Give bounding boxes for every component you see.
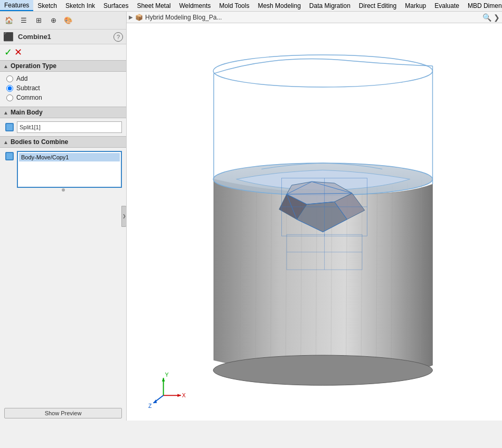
3d-scene: Y X Z (127, 23, 502, 421)
list-item[interactable]: Body-Move/Copy1 (19, 153, 120, 161)
resize-dot (62, 188, 65, 192)
radio-add-row: Add (6, 75, 120, 82)
main-body-header[interactable]: ▲ Main Body (0, 107, 126, 118)
feature-header: ⬛ Combine1 ? (0, 30, 126, 44)
title-text: Hybrid Modeling Blog_Pa... (145, 14, 222, 21)
menu-mesh-modeling[interactable]: Mesh Modeling (253, 0, 305, 11)
svg-rect-3 (6, 153, 13, 159)
main-body-input[interactable] (17, 121, 122, 133)
menu-bar: Features Sketch Sketch Ink Surfaces Shee… (0, 0, 502, 12)
more-button[interactable]: ❯ (494, 13, 500, 22)
svg-rect-1 (6, 124, 13, 130)
color-button[interactable]: 🎨 (61, 14, 75, 27)
radio-common-row: Common (6, 94, 120, 101)
feature-icon: ⬛ (3, 32, 14, 42)
radio-add[interactable] (6, 75, 13, 82)
feature-title: Combine1 (18, 33, 109, 41)
svg-text:Y: Y (165, 372, 168, 378)
grid-button[interactable]: ⊞ (32, 14, 45, 27)
title-bar: ▶ 📦 Hybrid Modeling Blog_Pa... 🔍 ❯ (127, 12, 502, 23)
menu-features[interactable]: Features (0, 0, 33, 11)
left-panel: 🏠 ☰ ⊞ ⊕ 🎨 ⬛ Combine1 ? ✓ ✕ ▲ Operation T… (0, 12, 127, 421)
menu-weldments[interactable]: Weldments (175, 0, 215, 11)
operation-type-section: Add Subtract Common (0, 72, 126, 107)
menu-sheet-metal[interactable]: Sheet Metal (132, 0, 175, 11)
operation-type-arrow: ▲ (3, 63, 8, 69)
radio-subtract-label[interactable]: Subtract (16, 84, 40, 92)
panel-toolbar: 🏠 ☰ ⊞ ⊕ 🎨 (0, 12, 126, 30)
menu-sketch[interactable]: Sketch (33, 0, 61, 11)
main-layout: 🏠 ☰ ⊞ ⊕ 🎨 ⬛ Combine1 ? ✓ ✕ ▲ Operation T… (0, 12, 502, 421)
main-body-arrow: ▲ (3, 110, 8, 116)
bodies-combine-title: Bodies to Combine (11, 138, 68, 146)
main-body-input-row (4, 121, 122, 133)
add-button[interactable]: ⊕ (46, 14, 60, 27)
radio-common[interactable] (6, 94, 13, 101)
show-preview-button[interactable]: Show Preview (4, 408, 122, 418)
collapse-handle[interactable]: ❯ (121, 206, 127, 227)
viewport[interactable]: Y X Z (127, 23, 502, 421)
bodies-list[interactable]: Body-Move/Copy1 (17, 151, 122, 188)
operation-type-title: Operation Type (11, 62, 56, 70)
svg-text:Z: Z (148, 403, 152, 409)
svg-text:X: X (182, 393, 186, 398)
menu-surfaces[interactable]: Surfaces (99, 0, 132, 11)
operation-type-header[interactable]: ▲ Operation Type (0, 60, 126, 72)
radio-common-label[interactable]: Common (16, 94, 42, 101)
title-file-icon: 📦 (135, 14, 143, 21)
main-body-icon (4, 122, 15, 132)
radio-subtract[interactable] (6, 85, 13, 92)
search-button[interactable]: 🔍 (482, 13, 491, 22)
help-button[interactable]: ? (113, 32, 123, 42)
radio-add-label[interactable]: Add (16, 75, 27, 82)
title-search-area: 🔍 ❯ (482, 13, 500, 22)
radio-subtract-row: Subtract (6, 84, 120, 92)
menu-evaluate[interactable]: Evaluate (430, 0, 463, 11)
accept-button[interactable]: ✓ (4, 46, 12, 58)
main-body-section (0, 118, 126, 136)
title-arrow-icon: ▶ (129, 14, 133, 20)
resize-handle[interactable] (4, 188, 122, 192)
main-body-title: Main Body (11, 109, 43, 116)
accept-cancel-bar: ✓ ✕ (0, 44, 126, 60)
home-button[interactable]: 🏠 (2, 14, 16, 27)
bodies-combine-arrow: ▲ (3, 139, 8, 145)
menu-direct-editing[interactable]: Direct Editing (355, 0, 401, 11)
menu-mold-tools[interactable]: Mold Tools (215, 0, 253, 11)
menu-markup[interactable]: Markup (401, 0, 430, 11)
bodies-list-row: Body-Move/Copy1 (4, 151, 122, 188)
cancel-button[interactable]: ✕ (14, 46, 22, 58)
list-button[interactable]: ☰ (17, 14, 31, 27)
menu-sketch-ink[interactable]: Sketch Ink (61, 0, 99, 11)
bodies-combine-header[interactable]: ▲ Bodies to Combine (0, 136, 126, 148)
menu-data-migration[interactable]: Data Migration (305, 0, 355, 11)
bodies-combine-section: Body-Move/Copy1 (0, 148, 126, 406)
menu-mbd[interactable]: MBD Dimens (463, 0, 502, 11)
svg-point-19 (213, 355, 433, 385)
bodies-icon (4, 151, 15, 161)
